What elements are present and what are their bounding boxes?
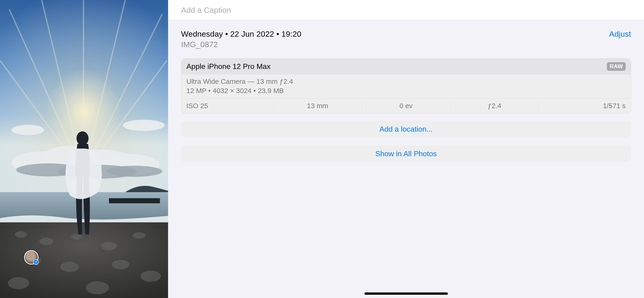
exif-exposure-bias: 0 ev	[362, 102, 450, 110]
photo-filename: IMG_0872	[181, 40, 631, 49]
svg-point-21	[15, 231, 27, 238]
svg-point-28	[112, 260, 129, 269]
caption-field-container	[168, 0, 644, 20]
exif-aperture: ƒ2.4	[450, 102, 539, 110]
add-location-button[interactable]: Add a location...	[181, 121, 631, 137]
exif-iso: ISO 25	[186, 102, 274, 110]
photo-preview[interactable]: ?	[0, 0, 168, 298]
show-in-all-photos-button[interactable]: Show in All Photos	[181, 145, 631, 162]
photo-datetime: Wednesday • 22 Jun 2022 • 19:20	[181, 30, 301, 39]
camera-metadata-card: Apple iPhone 12 Pro Max RAW Ultra Wide C…	[181, 58, 631, 114]
lens-info: Ultra Wide Camera — 13 mm ƒ2.4	[186, 78, 626, 85]
svg-point-25	[132, 232, 146, 239]
device-model: Apple iPhone 12 Pro Max	[186, 62, 270, 71]
svg-point-29	[140, 271, 161, 282]
svg-point-32	[76, 131, 88, 145]
adjust-datetime-button[interactable]: Adjust	[609, 30, 631, 39]
exif-strip: ISO 25 13 mm 0 ev ƒ2.4 1/571 s	[181, 99, 631, 114]
exif-shutter: 1/571 s	[539, 102, 626, 110]
svg-point-14	[123, 120, 164, 131]
svg-point-13	[12, 125, 44, 135]
format-badge: RAW	[607, 62, 626, 71]
home-indicator[interactable]	[364, 292, 448, 295]
exif-focal-length: 13 mm	[274, 102, 362, 110]
dimensions-info: 12 MP • 4032 × 3024 • 23,9 MB	[186, 87, 626, 95]
photo-info-panel: Wednesday • 22 Jun 2022 • 19:20 Adjust I…	[168, 0, 644, 298]
svg-point-27	[60, 262, 79, 272]
svg-point-17	[107, 166, 162, 177]
svg-point-22	[40, 238, 53, 245]
detected-face-thumbnail[interactable]: ?	[24, 250, 38, 264]
svg-point-24	[101, 242, 117, 250]
svg-rect-19	[109, 198, 160, 203]
unknown-person-badge-icon: ?	[33, 259, 39, 265]
caption-input[interactable]	[181, 6, 631, 15]
svg-point-30	[8, 277, 29, 289]
svg-point-31	[86, 281, 109, 294]
svg-point-23	[71, 234, 82, 239]
